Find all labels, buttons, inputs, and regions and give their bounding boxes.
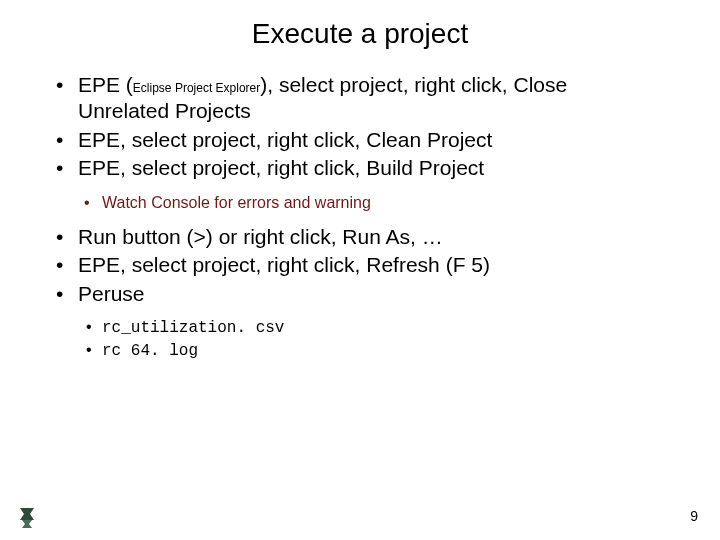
sub-list-2: rc_utilization. csv rc 64. log [84,317,664,363]
text-sub: Eclipse Project Explorer [133,81,260,95]
sub-item: Watch Console for errors and warning [84,191,664,214]
bullet-item: Run button (>) or right click, Run As, … [56,224,664,250]
bullet-list-1: EPE (Eclipse Project Explorer), select p… [56,72,664,181]
bullet-item: EPE, select project, right click, Clean … [56,127,664,153]
text: EPE ( [78,73,133,96]
bullet-item: EPE, select project, right click, Refres… [56,252,664,278]
sub-list-1: Watch Console for errors and warning [84,191,664,214]
bullet-item: EPE, select project, right click, Build … [56,155,664,181]
bullet-list-2: Run button (>) or right click, Run As, …… [56,224,664,307]
sub-item-code: rc 64. log [84,340,664,363]
slide: Execute a project EPE (Eclipse Project E… [0,0,720,540]
bullet-item: EPE (Eclipse Project Explorer), select p… [56,72,664,125]
logo-icon [18,506,36,528]
page-number: 9 [690,508,698,524]
slide-title: Execute a project [56,18,664,50]
bullet-item: Peruse [56,281,664,307]
sub-item-code: rc_utilization. csv [84,317,664,340]
